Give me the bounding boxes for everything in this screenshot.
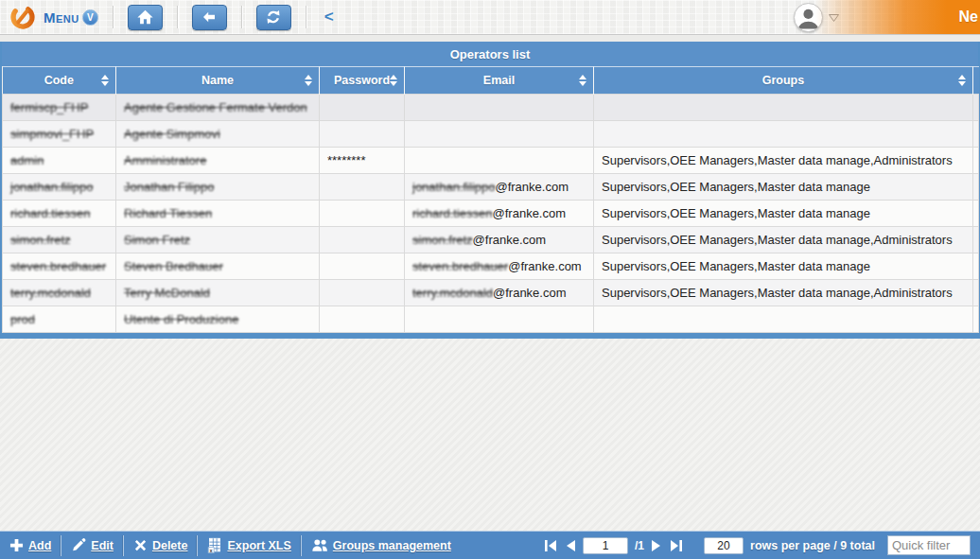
brand-gradient: Ne (814, 0, 980, 34)
column-header-code[interactable]: Code (3, 67, 116, 95)
cell-groups (594, 121, 973, 148)
pencil-icon (71, 538, 86, 552)
rows-per-page-input[interactable] (704, 537, 744, 554)
cell-password (320, 280, 405, 306)
top-bar: Menu V < Ne (0, 0, 980, 35)
cell-groups: Supervisors,OEE Managers,Master data man… (594, 201, 973, 227)
cell-name: Simon Fretz (116, 227, 320, 253)
operators-grid: Operators list CodeNamePasswordEmailGrou… (0, 42, 980, 339)
menu-version-badge: V (82, 9, 98, 26)
home-button[interactable] (128, 5, 163, 30)
bottom-toolbar: Add Edit Delete x Export XLS (0, 531, 980, 559)
sort-icon[interactable] (958, 75, 966, 86)
table-row[interactable]: fermiscp_FHPAgente Gestione Fermate Verd… (3, 95, 979, 121)
column-header-groups[interactable]: Groups (594, 67, 973, 95)
cell-code: simon.fretz (3, 227, 116, 253)
cell-name: Steven Bredhauer (116, 253, 320, 280)
cell-email: jonathan.filippo@franke.com (405, 174, 594, 201)
collapse-toolbar-arrow[interactable]: < (324, 8, 334, 26)
refresh-button[interactable] (256, 5, 291, 30)
spacer-band (0, 35, 980, 42)
sort-icon[interactable] (579, 75, 586, 86)
cell-spacer (973, 121, 979, 148)
brand-text: Ne (959, 9, 980, 26)
cell-spacer (973, 95, 979, 121)
quick-filter-input[interactable] (887, 535, 971, 555)
cell-password (320, 121, 405, 148)
export-xls-button[interactable]: x Export XLS (198, 532, 300, 559)
cell-email (405, 95, 594, 121)
table-row[interactable]: jonathan.filippoJonathan Filippojonathan… (3, 174, 979, 201)
grid-title: Operators list (2, 42, 978, 66)
sort-icon[interactable] (390, 75, 397, 86)
back-button[interactable] (192, 5, 227, 30)
delete-button[interactable]: Delete (124, 532, 198, 559)
cell-password (320, 227, 405, 253)
add-button[interactable]: Add (0, 532, 61, 559)
column-header-password[interactable]: Password (320, 67, 405, 95)
cell-groups (594, 306, 973, 333)
toolbar-separator (113, 6, 114, 28)
first-page-button[interactable] (543, 539, 558, 552)
app-logo-icon[interactable] (8, 3, 38, 31)
groups-management-button[interactable]: Groups management (302, 532, 461, 559)
cell-code: steven.bredhauer (3, 253, 116, 280)
operators-table-body: fermiscp_FHPAgente Gestione Fermate Verd… (3, 95, 979, 333)
table-row[interactable]: adminAmministratore********Supervisors,O… (3, 148, 979, 174)
cell-spacer (973, 306, 979, 333)
page-number-input[interactable] (583, 537, 628, 554)
back-arrow-icon (201, 9, 218, 25)
previous-page-button[interactable] (565, 539, 576, 552)
cell-groups: Supervisors,OEE Managers,Master data man… (594, 253, 973, 280)
column-label: Code (44, 74, 74, 87)
cell-password (320, 306, 405, 333)
cell-groups (594, 95, 973, 121)
cell-name: Agente Gestione Fermate Verdon (116, 95, 320, 121)
column-header-name[interactable]: Name (116, 67, 320, 95)
cell-spacer (973, 280, 979, 306)
sort-icon[interactable] (101, 75, 109, 86)
last-page-button[interactable] (669, 539, 684, 552)
cell-code: richard.tiessen (3, 201, 116, 227)
users-icon (311, 538, 328, 552)
cell-code: terry.mcdonald (3, 280, 116, 306)
cell-password (320, 174, 405, 201)
table-row[interactable]: simon.fretzSimon Fretzsimon.fretz@franke… (3, 227, 979, 253)
column-label: Groups (762, 74, 804, 87)
cell-email (405, 148, 594, 174)
rows-summary-label: rows per page / 9 total (750, 539, 875, 552)
cell-name: Terry McDonald (116, 280, 320, 306)
cell-password (320, 201, 405, 227)
pagination: /1 rows per page / 9 total (543, 535, 980, 555)
cell-groups: Supervisors,OEE Managers,Master data man… (594, 227, 973, 253)
column-label: Email (483, 74, 515, 87)
refresh-icon (265, 9, 282, 26)
sort-icon[interactable] (305, 75, 312, 86)
column-header-spacer (973, 67, 979, 95)
next-page-button[interactable] (651, 539, 662, 552)
cell-password (320, 253, 405, 280)
cell-groups: Supervisors,OEE Managers,Master data man… (594, 148, 973, 174)
cell-groups: Supervisors,OEE Managers,Master data man… (594, 280, 973, 306)
table-row[interactable]: steven.bredhauerSteven Bredhauersteven.b… (3, 253, 979, 280)
cell-code: prod (3, 306, 116, 333)
cell-code: admin (3, 148, 116, 174)
table-row[interactable]: prodUtente di Produzione (3, 306, 979, 333)
operators-table: CodeNamePasswordEmailGroups fermiscp_FHP… (2, 66, 979, 333)
toolbar-separator (177, 6, 178, 28)
cell-name: Richard Tiessen (116, 201, 320, 227)
menu-button[interactable]: Menu (44, 9, 79, 26)
cell-groups: Supervisors,OEE Managers,Master data man… (594, 174, 973, 201)
column-header-email[interactable]: Email (405, 67, 594, 95)
cell-code: simpmovi_FHP (3, 121, 116, 148)
edit-button[interactable]: Edit (61, 532, 123, 559)
table-row[interactable]: simpmovi_FHPAgente Simpmovi (3, 121, 979, 148)
table-row[interactable]: terry.mcdonaldTerry McDonaldterry.mcdona… (3, 280, 979, 306)
column-label: Password (334, 74, 390, 87)
cell-code: jonathan.filippo (3, 174, 116, 201)
cell-spacer (973, 227, 979, 253)
cell-password (320, 95, 405, 121)
table-row[interactable]: richard.tiessenRichard Tiessenrichard.ti… (3, 201, 979, 227)
cell-email: richard.tiessen@franke.com (405, 201, 594, 227)
cell-email: steven.bredhauer@franke.com (405, 253, 594, 280)
